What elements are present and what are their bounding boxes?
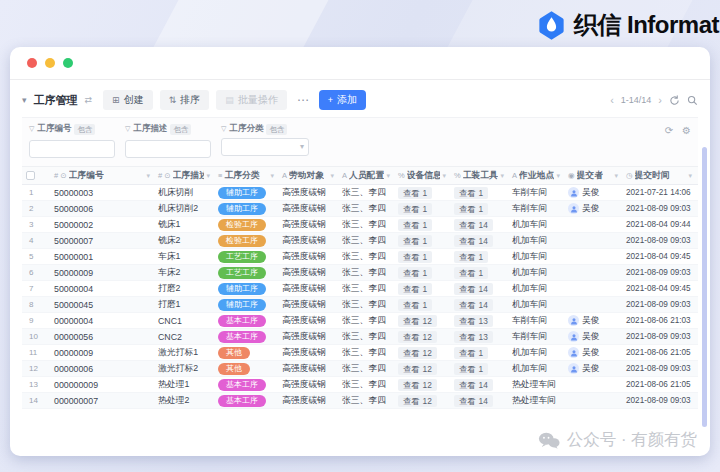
- prev-page-arrow[interactable]: ‹: [610, 94, 614, 106]
- view-link[interactable]: 查看1: [398, 187, 432, 199]
- cell-staff: 张三、李四: [338, 379, 394, 391]
- vertical-scrollbar[interactable]: [702, 147, 707, 427]
- avatar: [568, 315, 579, 326]
- col-header-tools[interactable]: %工装工具▾: [450, 170, 508, 182]
- col-header-staff[interactable]: A人员配置▾: [338, 170, 394, 182]
- filter-input-code[interactable]: [29, 140, 115, 158]
- table-row[interactable]: 550000001车床1工艺工序高强度碳钢张三、李四查看1查看1机加车间2021…: [22, 249, 698, 265]
- table-row[interactable]: 1000000056CNC2基本工序高强度碳钢张三、李四查看12查看13车削车间…: [22, 329, 698, 345]
- table-row[interactable]: 450000007铣床2检验工序高强度碳钢张三、李四查看1查看14机加车间202…: [22, 233, 698, 249]
- view-link[interactable]: 查看13: [454, 331, 493, 343]
- cell-location: 机加车间: [508, 267, 564, 279]
- col-header-time[interactable]: ◷提交时间▾: [622, 170, 696, 182]
- column-menu-caret-icon[interactable]: ▾: [206, 172, 210, 180]
- cell-location: 机加车间: [508, 363, 564, 375]
- col-header-equip[interactable]: %设备信息▾: [394, 170, 450, 182]
- table-row[interactable]: 250000006机床切削2辅助工序高强度碳钢张三、李四查看1查看1车削车间吴俊…: [22, 201, 698, 217]
- view-link[interactable]: 查看12: [398, 363, 437, 375]
- layers-icon: ▤: [225, 95, 234, 105]
- add-button[interactable]: + 添加: [319, 90, 366, 110]
- column-menu-caret-icon[interactable]: ▾: [386, 172, 390, 180]
- table-row[interactable]: 650000009车床2工艺工序高强度碳钢张三、李四查看1查看1机加车间2021…: [22, 265, 698, 281]
- col-header-code[interactable]: # ⊙工序编号▾: [50, 170, 154, 182]
- create-button[interactable]: ⊞ 创建: [103, 90, 153, 110]
- view-link[interactable]: 查看14: [454, 299, 493, 311]
- next-page-arrow[interactable]: ›: [658, 94, 662, 106]
- view-link[interactable]: 查看1: [454, 363, 488, 375]
- view-link[interactable]: 查看14: [454, 283, 493, 295]
- column-menu-caret-icon[interactable]: ▾: [614, 172, 618, 180]
- col-header-location[interactable]: A作业地点▾: [508, 170, 564, 182]
- chevron-down-icon[interactable]: ▾: [22, 95, 27, 105]
- filter-input-desc[interactable]: [125, 140, 211, 158]
- more-actions-button[interactable]: ⋯: [294, 93, 312, 107]
- table-row[interactable]: 850000045打磨1辅助工序高强度碳钢张三、李四查看1查看14机加车间202…: [22, 297, 698, 313]
- view-link[interactable]: 查看1: [454, 187, 488, 199]
- view-link[interactable]: 查看1: [454, 251, 488, 263]
- search-icon[interactable]: [687, 95, 698, 106]
- view-link[interactable]: 查看14: [454, 219, 493, 231]
- column-menu-caret-icon[interactable]: ▾: [330, 172, 334, 180]
- table-row[interactable]: 13000000009热处理1基本工序高强度碳钢张三、李四查看12查看14热处理…: [22, 377, 698, 393]
- table-row[interactable]: 350000002铣床1检验工序高强度碳钢张三、李四查看1查看14机加车间202…: [22, 217, 698, 233]
- col-header-category[interactable]: ≡工序分类▾: [214, 170, 278, 182]
- view-link[interactable]: 查看1: [398, 251, 432, 263]
- refresh-icon[interactable]: [669, 95, 680, 106]
- view-link[interactable]: 查看12: [398, 347, 437, 359]
- view-link[interactable]: 查看1: [398, 283, 432, 295]
- view-count: 14: [479, 300, 488, 310]
- table-row[interactable]: 14000000007热处理2基本工序高强度碳钢张三、李四查看12查看14热处理…: [22, 393, 698, 409]
- person-icon: [570, 333, 578, 341]
- filter-settings-icon[interactable]: ⚙: [682, 125, 691, 136]
- category-badge: 检验工序: [218, 235, 266, 247]
- table-row[interactable]: 1200000006激光打标2其他高强度碳钢张三、李四查看12查看1机加车间吴俊…: [22, 361, 698, 377]
- view-link[interactable]: 查看12: [398, 395, 437, 407]
- switch-view-icon[interactable]: ⇄: [85, 95, 93, 105]
- column-menu-caret-icon[interactable]: ▾: [688, 172, 692, 180]
- table-row[interactable]: 750000004打磨2辅助工序高强度碳钢张三、李四查看1查看14机加车间202…: [22, 281, 698, 297]
- filter-icon: ▽: [221, 125, 226, 133]
- view-link[interactable]: 查看12: [398, 331, 437, 343]
- column-menu-caret-icon[interactable]: ▾: [146, 172, 150, 180]
- submitter-name: 吴俊: [582, 363, 600, 375]
- sort-button[interactable]: ⇅ 排序: [160, 90, 210, 110]
- view-label: 查看: [459, 364, 476, 374]
- view-link[interactable]: 查看13: [454, 315, 493, 327]
- cell-category: 工艺工序: [214, 267, 278, 279]
- select-all-checkbox[interactable]: [26, 171, 35, 180]
- maximize-window-button[interactable]: [63, 58, 73, 68]
- close-window-button[interactable]: [27, 58, 37, 68]
- view-link[interactable]: 查看1: [454, 203, 488, 215]
- minimize-window-button[interactable]: [45, 58, 55, 68]
- column-menu-caret-icon[interactable]: ▾: [556, 172, 560, 180]
- view-link[interactable]: 查看1: [398, 267, 432, 279]
- view-link[interactable]: 查看14: [454, 235, 493, 247]
- filter-select-category[interactable]: ▾: [221, 138, 309, 156]
- column-menu-caret-icon[interactable]: ▾: [270, 172, 274, 180]
- view-link[interactable]: 查看1: [454, 347, 488, 359]
- table-row[interactable]: 1100000009激光打标1其他高强度碳钢张三、李四查看12查看1机加车间吴俊…: [22, 345, 698, 361]
- view-link[interactable]: 查看14: [454, 395, 493, 407]
- view-link[interactable]: 查看14: [454, 379, 493, 391]
- view-link[interactable]: 查看1: [398, 235, 432, 247]
- column-menu-caret-icon[interactable]: ▾: [442, 172, 446, 180]
- table-row[interactable]: 150000003机床切削辅助工序高强度碳钢张三、李四查看1查看1车削车间吴俊2…: [22, 185, 698, 201]
- view-link[interactable]: 查看1: [398, 219, 432, 231]
- view-link[interactable]: 查看1: [454, 267, 488, 279]
- cell-labor: 高强度碳钢: [278, 203, 338, 215]
- col-header-select[interactable]: [22, 171, 50, 180]
- view-link[interactable]: 查看12: [398, 315, 437, 327]
- view-link[interactable]: 查看1: [398, 299, 432, 311]
- view-link[interactable]: 查看1: [398, 203, 432, 215]
- column-menu-caret-icon[interactable]: ▾: [500, 172, 504, 180]
- col-header-desc[interactable]: # ⊙工序描述▾: [154, 170, 214, 182]
- view-label: 查看: [403, 332, 420, 342]
- filter-refresh-icon[interactable]: ⟳: [665, 125, 673, 136]
- col-header-submitter[interactable]: ◉提交者▾: [564, 170, 622, 182]
- col-header-labor[interactable]: A劳动对象▾: [278, 170, 338, 182]
- table-row[interactable]: 900000004CNC1基本工序高强度碳钢张三、李四查看12查看13车削车间吴…: [22, 313, 698, 329]
- view-label: 查看: [459, 300, 476, 310]
- labor-field-type-icon: A: [282, 171, 287, 180]
- view-link[interactable]: 查看12: [398, 379, 437, 391]
- batch-operation-button[interactable]: ▤ 批量操作: [216, 90, 287, 110]
